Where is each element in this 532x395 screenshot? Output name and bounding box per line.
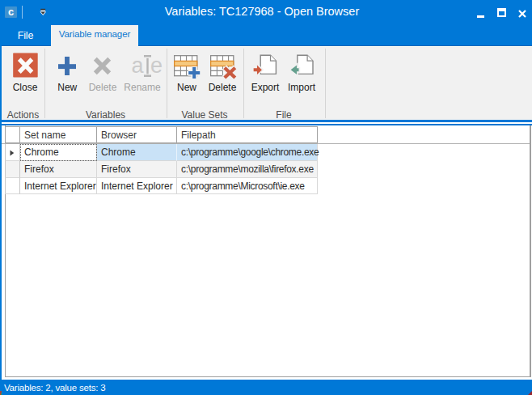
svg-text:a: a [132, 53, 145, 78]
svg-text:e: e [150, 53, 163, 78]
